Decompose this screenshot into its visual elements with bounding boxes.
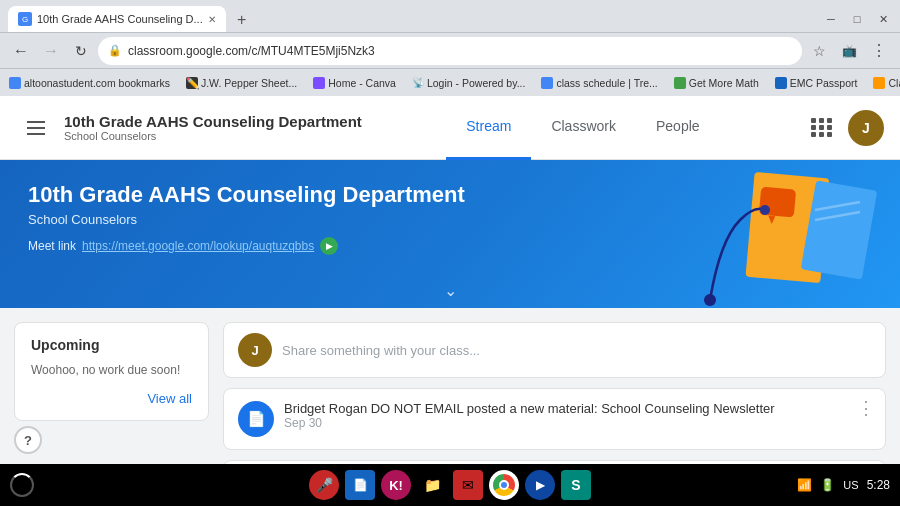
taskbar-mic-icon[interactable]: 🎤	[309, 470, 339, 500]
upcoming-empty-text: Woohoo, no work due soon!	[31, 363, 192, 377]
gc-class-title: 10th Grade AAHS Counseling Department	[64, 113, 362, 130]
menu-hamburger-button[interactable]	[16, 108, 56, 148]
gc-class-subtitle: School Counselors	[64, 130, 362, 142]
browser-chrome: G 10th Grade AAHS Counseling D... ✕ + ─ …	[0, 0, 900, 96]
taskbar-s-icon[interactable]: S	[561, 470, 591, 500]
gc-main-layout: Upcoming Woohoo, no work due soon! View …	[0, 308, 900, 464]
tab-bar: G 10th Grade AAHS Counseling D... ✕ + ─ …	[0, 0, 900, 32]
cast-icon[interactable]: 📺	[836, 38, 862, 64]
gc-banner-title: 10th Grade AAHS Counseling Department	[28, 182, 465, 208]
svg-point-7	[760, 205, 770, 215]
taskbar: 🎤 📄 K! 📁 ✉ ▶ S 📶 🔋 US 5:28	[0, 464, 900, 506]
address-bar: ← → ↻ 🔒 classroom.google.com/c/MTU4MTE5M…	[0, 32, 900, 68]
tab-title: 10th Grade AAHS Counseling D...	[37, 13, 203, 25]
post-date-1: Sep 30	[284, 416, 871, 430]
help-button[interactable]: ?	[14, 426, 42, 454]
gc-center-nav: Stream Classwork People	[362, 96, 804, 160]
nav-stream[interactable]: Stream	[446, 96, 531, 160]
back-button[interactable]: ←	[8, 38, 34, 64]
reload-button[interactable]: ↻	[68, 38, 94, 64]
bookmark-item[interactable]: ✏️ J.W. Pepper Sheet...	[181, 75, 302, 91]
banner-illustration	[640, 160, 880, 308]
taskbar-docs-icon[interactable]: 📄	[345, 470, 375, 500]
nav-people[interactable]: People	[636, 96, 720, 160]
view-all-button[interactable]: View all	[31, 391, 192, 406]
post-material-icon: 📄	[238, 401, 274, 437]
taskbar-drive-icon[interactable]: 📁	[417, 470, 447, 500]
lock-icon: 🔒	[108, 44, 122, 57]
forward-button[interactable]: →	[38, 38, 64, 64]
apps-grid-button[interactable]	[804, 110, 840, 146]
gc-banner: 10th Grade AAHS Counseling Department Sc…	[0, 160, 900, 308]
menu-icon[interactable]: ⋮	[866, 38, 892, 64]
upcoming-title: Upcoming	[31, 337, 192, 353]
user-share-avatar: J	[238, 333, 272, 367]
meet-video-icon[interactable]: ▶	[320, 237, 338, 255]
maximize-button[interactable]: □	[844, 6, 870, 32]
taskbar-right: 📶 🔋 US 5:28	[797, 478, 890, 492]
post-content-1: Bridget Rogan DO NOT EMAIL posted a new …	[284, 401, 871, 430]
taskbar-time: 5:28	[867, 478, 890, 492]
tab-favicon: G	[18, 12, 32, 26]
meet-link[interactable]: https://meet.google.com/lookup/auqtuzqbb…	[82, 239, 314, 253]
upcoming-card: Upcoming Woohoo, no work due soon! View …	[14, 322, 209, 421]
gc-banner-subtitle: School Counselors	[28, 212, 465, 227]
nav-classwork[interactable]: Classwork	[531, 96, 636, 160]
taskbar-wifi-icon: 📶	[797, 478, 812, 492]
bookmarks-bar: altoonastudent.com bookmarks ✏️ J.W. Pep…	[0, 68, 900, 96]
bookmark-item[interactable]: Home - Canva	[308, 75, 401, 91]
taskbar-chrome-icon[interactable]	[489, 470, 519, 500]
share-card[interactable]: J Share something with your class...	[223, 322, 886, 378]
close-tab-icon[interactable]: ✕	[208, 14, 216, 25]
gc-class-info: 10th Grade AAHS Counseling Department Sc…	[64, 113, 362, 142]
banner-chevron-button[interactable]: ⌄	[444, 281, 457, 300]
gc-stream: J Share something with your class... 📄 B…	[223, 322, 886, 464]
share-placeholder: Share something with your class...	[282, 343, 871, 358]
taskbar-left	[10, 473, 34, 497]
post-author-1: Bridget Rogan DO NOT EMAIL posted a new …	[284, 401, 871, 416]
bookmark-item[interactable]: altoonastudent.com bookmarks	[4, 75, 175, 91]
gc-nav-right: J	[804, 110, 884, 146]
bookmark-item[interactable]: class schedule | Tre...	[536, 75, 662, 91]
taskbar-k-icon[interactable]: K!	[381, 470, 411, 500]
active-tab[interactable]: G 10th Grade AAHS Counseling D... ✕	[8, 6, 226, 32]
gc-banner-text: 10th Grade AAHS Counseling Department Sc…	[28, 182, 465, 255]
post-menu-button-1[interactable]: ⋮	[857, 399, 875, 417]
close-button[interactable]: ✕	[870, 6, 896, 32]
taskbar-loader	[10, 473, 34, 497]
url-text: classroom.google.com/c/MTU4MTE5Mji5Nzk3	[128, 44, 375, 58]
gc-banner-meet: Meet link https://meet.google.com/lookup…	[28, 237, 465, 255]
bookmark-item[interactable]: 📡 Login - Powered by...	[407, 75, 530, 91]
gc-content: 10th Grade AAHS Counseling Department Sc…	[0, 160, 900, 464]
window-controls: ─ □ ✕	[818, 6, 896, 32]
gc-sidebar: Upcoming Woohoo, no work due soon! View …	[14, 322, 209, 464]
taskbar-gmail-icon[interactable]: ✉	[453, 470, 483, 500]
bookmark-item[interactable]: Get More Math	[669, 75, 764, 91]
bookmark-item[interactable]: EMC Passport	[770, 75, 863, 91]
url-bar[interactable]: 🔒 classroom.google.com/c/MTU4MTE5Mji5Nzk…	[98, 37, 802, 65]
taskbar-region: US	[843, 479, 858, 491]
taskbar-play-icon[interactable]: ▶	[525, 470, 555, 500]
minimize-button[interactable]: ─	[818, 6, 844, 32]
bookmark-item[interactable]: Classes	[868, 75, 900, 91]
user-avatar[interactable]: J	[848, 110, 884, 146]
taskbar-battery-icon: 🔋	[820, 478, 835, 492]
gc-app: 10th Grade AAHS Counseling Department Sc…	[0, 96, 900, 464]
taskbar-center: 🎤 📄 K! 📁 ✉ ▶ S	[309, 470, 591, 500]
bookmark-star-icon[interactable]: ☆	[806, 38, 832, 64]
gc-topnav: 10th Grade AAHS Counseling Department Sc…	[0, 96, 900, 160]
banner-svg-illustration	[660, 160, 880, 308]
svg-point-6	[704, 294, 716, 306]
post-card-1: 📄 Bridget Rogan DO NOT EMAIL posted a ne…	[223, 388, 886, 450]
new-tab-button[interactable]: +	[230, 8, 254, 32]
